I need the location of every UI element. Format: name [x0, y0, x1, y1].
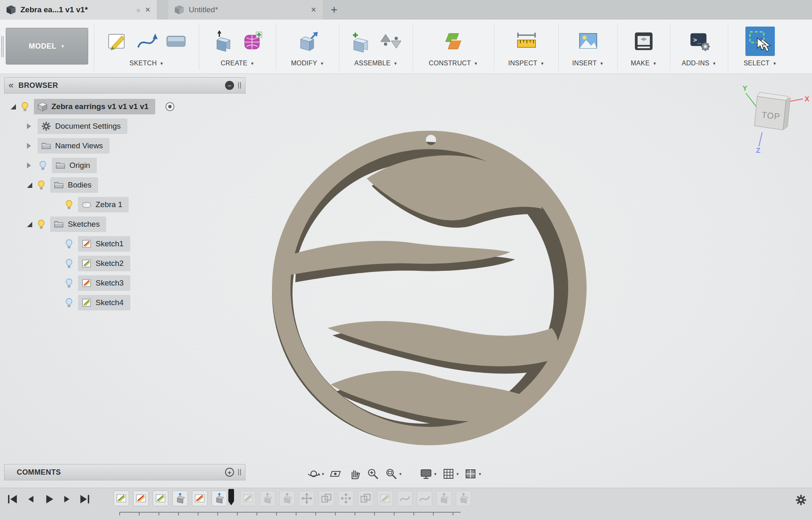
new-component-icon[interactable] — [350, 29, 373, 53]
lightbulb-on-icon[interactable] — [36, 180, 47, 190]
tree-node-zebra-body[interactable]: Zebra 1 — [78, 197, 129, 212]
timeline-feature-sketch[interactable] — [377, 491, 393, 506]
lightbulb-off-icon[interactable] — [64, 278, 74, 288]
timeline-feature-extrude[interactable] — [456, 491, 471, 506]
tree-row-origin[interactable]: Origin — [4, 156, 245, 175]
tree-node-named-views[interactable]: Named Views — [38, 138, 109, 154]
measure-icon[interactable] — [515, 29, 538, 53]
create-form-icon[interactable] — [241, 29, 264, 53]
timeline-feature-extrude[interactable] — [279, 491, 295, 506]
toolbar-group-create[interactable]: CREATE▼ — [199, 20, 276, 74]
tree-row-sketch2[interactable]: Sketch2 — [4, 254, 245, 273]
toolbar-group-addins[interactable]: >_ ADD-INS▼ — [670, 20, 728, 74]
scripts-addins-icon[interactable]: >_ — [687, 29, 711, 53]
browser-panel-header[interactable]: « BROWSER − — [4, 77, 245, 94]
disclosure-expanded-icon[interactable] — [27, 183, 32, 188]
chevron-down-icon[interactable]: ▾ — [434, 471, 437, 477]
tree-row-sketches[interactable]: Sketches — [4, 214, 245, 234]
insert-image-icon[interactable] — [576, 29, 600, 53]
joint-icon[interactable] — [379, 29, 403, 53]
timeline-feature-circular-pattern[interactable] — [338, 491, 354, 506]
timeline-feature-move[interactable] — [299, 491, 315, 506]
tree-row-named-views[interactable]: Named Views — [4, 136, 245, 156]
viewports-button[interactable]: ▾ — [464, 467, 481, 480]
tree-node-sketch4[interactable]: Sketch4 — [78, 295, 130, 310]
activate-component-radio[interactable] — [165, 101, 175, 112]
toolbar-group-inspect[interactable]: INSPECT▼ — [494, 20, 558, 74]
press-pull-icon[interactable] — [296, 29, 319, 53]
disclosure-expanded-icon[interactable] — [11, 104, 16, 109]
orbit-button[interactable]: ▾ — [307, 467, 324, 480]
panel-drag-handle[interactable] — [238, 469, 241, 475]
tab-untitled[interactable]: Untitled* × — [168, 0, 323, 20]
tree-row-sketch1[interactable]: Sketch1 — [4, 234, 245, 254]
step-forward-button[interactable] — [60, 492, 74, 506]
workspace-switcher-button[interactable]: MODEL ▼ — [6, 28, 88, 65]
timeline-feature-extrude[interactable] — [436, 491, 452, 506]
viewport-3d-canvas[interactable] — [266, 125, 593, 460]
timeline-feature-combine[interactable] — [319, 491, 334, 506]
spline-tool-icon[interactable] — [135, 29, 158, 53]
tree-node-sketches[interactable]: Sketches — [50, 216, 106, 232]
lightbulb-on-icon[interactable] — [64, 199, 74, 210]
close-tab-icon[interactable]: × — [310, 5, 317, 14]
chevron-down-icon[interactable]: ▾ — [399, 471, 402, 477]
model-body[interactable] — [272, 131, 587, 445]
collapse-all-icon[interactable]: − — [225, 81, 234, 90]
disclosure-collapsed-icon[interactable] — [27, 123, 34, 129]
grid-settings-button[interactable]: ▾ — [442, 467, 459, 480]
timeline-feature-sketch[interactable] — [114, 491, 129, 506]
lightbulb-off-icon[interactable] — [64, 297, 74, 308]
display-settings-button[interactable]: ▾ — [419, 467, 437, 480]
rectangle-tool-icon[interactable] — [164, 29, 188, 53]
zoom-button[interactable] — [366, 467, 379, 480]
tree-node-root[interactable]: Zebra earrings v1 v1 v1 v1 — [34, 99, 155, 114]
toolbar-group-construct[interactable]: CONSTRUCT▼ — [413, 20, 494, 74]
timeline-feature-spline[interactable] — [397, 491, 413, 506]
toolbar-grip[interactable] — [0, 20, 5, 74]
toolbar-group-sketch[interactable]: SKETCH▼ — [94, 20, 199, 74]
timeline-options-gear-icon[interactable] — [795, 494, 807, 506]
close-tab-icon[interactable]: × — [144, 5, 151, 14]
collapse-panel-icon[interactable]: « — [9, 81, 13, 90]
chevron-down-icon[interactable]: ▾ — [322, 471, 324, 477]
go-to-end-button[interactable] — [78, 492, 91, 506]
construction-plane-icon[interactable] — [442, 29, 465, 53]
timeline-feature-sketch[interactable] — [153, 491, 168, 506]
tree-row-zebra-body[interactable]: Zebra 1 — [4, 195, 245, 214]
chevron-down-icon[interactable]: ▾ — [457, 471, 459, 477]
tab-zebra-earrings[interactable]: Zebra ea...1 v1 v1* ○ × — [0, 0, 157, 20]
timeline-feature-spline[interactable] — [417, 491, 432, 506]
timeline-feature-extrude[interactable] — [212, 491, 227, 506]
timeline-feature-sketch[interactable] — [240, 491, 256, 506]
pan-button[interactable] — [348, 467, 361, 480]
lightbulb-off-icon[interactable] — [64, 258, 74, 269]
toolbar-group-insert[interactable]: INSERT▼ — [559, 20, 617, 74]
tree-node-bodies[interactable]: Bodies — [50, 177, 98, 193]
timeline-ruler[interactable] — [119, 512, 461, 516]
lightbulb-on-icon[interactable] — [36, 219, 47, 230]
tree-row-sketch4[interactable]: Sketch4 — [4, 293, 245, 312]
disclosure-expanded-icon[interactable] — [27, 222, 32, 227]
tree-row-bodies[interactable]: Bodies — [4, 175, 245, 195]
tree-row-document-settings[interactable]: Document Settings — [4, 116, 245, 136]
timeline-feature-combine[interactable] — [358, 491, 373, 506]
new-tab-button[interactable]: + — [323, 0, 346, 20]
chevron-down-icon[interactable]: ▾ — [479, 471, 481, 477]
toolbar-group-assemble[interactable]: ASSEMBLE▼ — [339, 20, 413, 74]
add-comment-icon[interactable]: + — [225, 468, 234, 477]
tree-node-document-settings[interactable]: Document Settings — [38, 118, 127, 134]
timeline-feature-extrude[interactable] — [172, 491, 188, 506]
timeline-feature-extrude[interactable] — [260, 491, 275, 506]
lightbulb-off-icon[interactable] — [64, 239, 74, 249]
panel-drag-handle[interactable] — [238, 82, 241, 89]
lightbulb-off-icon[interactable] — [38, 160, 48, 171]
disclosure-collapsed-icon[interactable] — [27, 163, 34, 168]
tree-node-origin[interactable]: Origin — [52, 158, 97, 173]
tree-row-root-component[interactable]: Zebra earrings v1 v1 v1 v1 — [4, 97, 245, 116]
new-body-icon[interactable] — [211, 29, 235, 53]
tree-row-sketch3[interactable]: Sketch3 — [4, 273, 245, 293]
viewcube[interactable]: Y X Z TOP — [734, 78, 811, 156]
timeline-feature-sketch[interactable] — [133, 491, 149, 506]
timeline-position-marker[interactable] — [228, 489, 234, 508]
